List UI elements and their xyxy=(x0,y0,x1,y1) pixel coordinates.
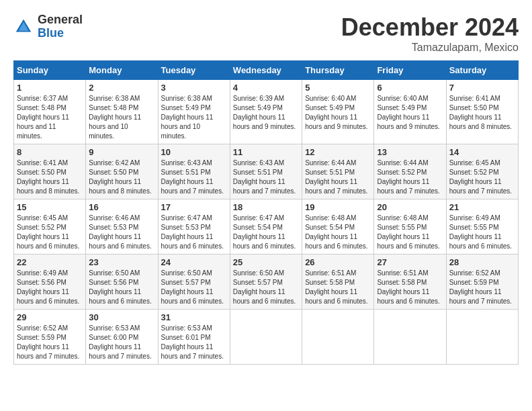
sunrise-label: Sunrise: 6:45 AM xyxy=(17,214,68,222)
calendar-header-row: Sunday Monday Tuesday Wednesday Thursday… xyxy=(14,61,519,80)
day-detail: Sunrise: 6:50 AM Sunset: 5:57 PM Dayligh… xyxy=(233,269,299,306)
day-number: 12 xyxy=(305,147,371,157)
table-row xyxy=(230,310,302,365)
table-row: 28 Sunrise: 6:52 AM Sunset: 5:59 PM Dayl… xyxy=(446,255,518,310)
sunset-label: Sunset: 5:57 PM xyxy=(161,279,211,286)
sunset-label: Sunset: 5:53 PM xyxy=(89,224,138,231)
day-detail: Sunrise: 6:47 AM Sunset: 5:54 PM Dayligh… xyxy=(233,214,299,251)
day-detail: Sunrise: 6:53 AM Sunset: 6:00 PM Dayligh… xyxy=(89,324,154,361)
col-tuesday: Tuesday xyxy=(158,61,230,80)
col-thursday: Thursday xyxy=(302,61,374,80)
sunset-label: Sunset: 5:54 PM xyxy=(305,224,355,231)
sunset-label: Sunset: 5:49 PM xyxy=(377,104,427,111)
table-row: 5 Sunrise: 6:40 AM Sunset: 5:49 PM Dayli… xyxy=(302,80,374,144)
day-number: 16 xyxy=(89,202,154,212)
table-row: 25 Sunrise: 6:50 AM Sunset: 5:57 PM Dayl… xyxy=(230,255,302,310)
sunset-label: Sunset: 5:51 PM xyxy=(305,169,355,176)
daylight-label: Daylight hours 11 hours and 6 minutes. xyxy=(305,233,367,250)
table-row: 17 Sunrise: 6:47 AM Sunset: 5:53 PM Dayl… xyxy=(158,199,230,255)
sunrise-label: Sunrise: 6:43 AM xyxy=(161,159,212,167)
table-row: 8 Sunrise: 6:41 AM Sunset: 5:50 PM Dayli… xyxy=(14,144,86,199)
table-row: 10 Sunrise: 6:43 AM Sunset: 5:51 PM Dayl… xyxy=(158,144,230,199)
table-row: 3 Sunrise: 6:38 AM Sunset: 5:49 PM Dayli… xyxy=(158,80,230,144)
table-row: 14 Sunrise: 6:45 AM Sunset: 5:52 PM Dayl… xyxy=(446,144,518,199)
day-detail: Sunrise: 6:50 AM Sunset: 5:56 PM Dayligh… xyxy=(89,269,154,306)
day-detail: Sunrise: 6:51 AM Sunset: 5:58 PM Dayligh… xyxy=(305,269,371,306)
daylight-label: Daylight hours 11 hours and 6 minutes. xyxy=(377,288,439,305)
sunrise-label: Sunrise: 6:39 AM xyxy=(233,95,284,102)
table-row: 7 Sunrise: 6:41 AM Sunset: 5:50 PM Dayli… xyxy=(446,80,518,144)
table-row: 1 Sunrise: 6:37 AM Sunset: 5:48 PM Dayli… xyxy=(14,80,86,144)
col-saturday: Saturday xyxy=(446,61,518,80)
day-number: 6 xyxy=(377,83,443,93)
day-number: 20 xyxy=(377,202,443,212)
daylight-label: Daylight hours 11 hours and 8 minutes. xyxy=(17,178,79,195)
table-row: 19 Sunrise: 6:48 AM Sunset: 5:54 PM Dayl… xyxy=(302,199,374,255)
daylight-label: Daylight hours 11 hours and 10 minutes. xyxy=(161,113,214,140)
sunset-label: Sunset: 5:52 PM xyxy=(377,169,427,176)
table-row xyxy=(446,310,518,365)
sunrise-label: Sunrise: 6:49 AM xyxy=(17,269,68,277)
table-row: 9 Sunrise: 6:42 AM Sunset: 5:50 PM Dayli… xyxy=(86,144,158,199)
sunset-label: Sunset: 5:50 PM xyxy=(449,104,499,111)
daylight-label: Daylight hours 11 hours and 6 minutes. xyxy=(17,233,79,250)
day-number: 23 xyxy=(89,257,154,267)
calendar-table: Sunday Monday Tuesday Wednesday Thursday… xyxy=(13,60,519,365)
table-row: 21 Sunrise: 6:49 AM Sunset: 5:55 PM Dayl… xyxy=(446,199,518,255)
day-number: 13 xyxy=(377,147,443,157)
table-row: 13 Sunrise: 6:44 AM Sunset: 5:52 PM Dayl… xyxy=(374,144,446,199)
daylight-label: Daylight hours 11 hours and 7 minutes. xyxy=(377,178,439,195)
day-number: 22 xyxy=(17,257,83,267)
sunset-label: Sunset: 5:49 PM xyxy=(161,104,211,111)
day-detail: Sunrise: 6:50 AM Sunset: 5:57 PM Dayligh… xyxy=(161,269,227,306)
daylight-label: Daylight hours 11 hours and 7 minutes. xyxy=(233,178,296,195)
table-row: 30 Sunrise: 6:53 AM Sunset: 6:00 PM Dayl… xyxy=(86,310,158,365)
daylight-label: Daylight hours 11 hours and 11 minutes. xyxy=(17,113,69,140)
day-number: 30 xyxy=(89,312,154,322)
day-number: 11 xyxy=(233,147,299,157)
day-number: 19 xyxy=(305,202,371,212)
sunrise-label: Sunrise: 6:50 AM xyxy=(161,269,212,277)
table-row: 4 Sunrise: 6:39 AM Sunset: 5:49 PM Dayli… xyxy=(230,80,302,144)
day-number: 25 xyxy=(233,257,299,267)
day-number: 1 xyxy=(17,83,83,93)
day-detail: Sunrise: 6:39 AM Sunset: 5:49 PM Dayligh… xyxy=(233,94,299,132)
sunrise-label: Sunrise: 6:38 AM xyxy=(89,95,140,102)
day-number: 9 xyxy=(89,147,154,157)
day-detail: Sunrise: 6:49 AM Sunset: 5:55 PM Dayligh… xyxy=(449,214,515,251)
daylight-label: Daylight hours 11 hours and 7 minutes. xyxy=(305,178,367,195)
day-number: 7 xyxy=(449,83,515,93)
daylight-label: Daylight hours 11 hours and 7 minutes. xyxy=(17,343,79,360)
day-detail: Sunrise: 6:52 AM Sunset: 5:59 PM Dayligh… xyxy=(449,269,515,306)
table-row xyxy=(302,310,374,365)
sunrise-label: Sunrise: 6:50 AM xyxy=(89,269,140,277)
day-detail: Sunrise: 6:45 AM Sunset: 5:52 PM Dayligh… xyxy=(17,214,83,251)
day-detail: Sunrise: 6:41 AM Sunset: 5:50 PM Dayligh… xyxy=(17,158,83,196)
daylight-label: Daylight hours 11 hours and 7 minutes. xyxy=(161,178,224,195)
day-number: 4 xyxy=(233,83,299,93)
sunrise-label: Sunrise: 6:49 AM xyxy=(449,214,500,222)
day-number: 26 xyxy=(305,257,371,267)
daylight-label: Daylight hours 11 hours and 7 minutes. xyxy=(89,343,151,360)
table-row: 16 Sunrise: 6:46 AM Sunset: 5:53 PM Dayl… xyxy=(86,199,158,255)
day-detail: Sunrise: 6:38 AM Sunset: 5:48 PM Dayligh… xyxy=(89,94,154,141)
sunrise-label: Sunrise: 6:38 AM xyxy=(161,95,212,102)
table-row: 6 Sunrise: 6:40 AM Sunset: 5:49 PM Dayli… xyxy=(374,80,446,144)
col-friday: Friday xyxy=(374,61,446,80)
sunset-label: Sunset: 5:52 PM xyxy=(449,169,499,176)
day-number: 27 xyxy=(377,257,443,267)
daylight-label: Daylight hours 11 hours and 8 minutes. xyxy=(449,113,512,130)
day-detail: Sunrise: 6:46 AM Sunset: 5:53 PM Dayligh… xyxy=(89,214,154,251)
logo-icon xyxy=(13,17,34,37)
daylight-label: Daylight hours 11 hours and 6 minutes. xyxy=(233,233,296,250)
day-detail: Sunrise: 6:44 AM Sunset: 5:51 PM Dayligh… xyxy=(305,158,371,196)
table-row: 2 Sunrise: 6:38 AM Sunset: 5:48 PM Dayli… xyxy=(86,80,158,144)
daylight-label: Daylight hours 11 hours and 9 minutes. xyxy=(305,113,367,130)
day-number: 17 xyxy=(161,202,227,212)
daylight-label: Daylight hours 11 hours and 7 minutes. xyxy=(161,343,224,360)
table-row: 11 Sunrise: 6:43 AM Sunset: 5:51 PM Dayl… xyxy=(230,144,302,199)
day-detail: Sunrise: 6:42 AM Sunset: 5:50 PM Dayligh… xyxy=(89,158,154,196)
day-number: 3 xyxy=(161,83,227,93)
location: Tamazulapam, Mexico xyxy=(341,42,519,54)
sunset-label: Sunset: 5:50 PM xyxy=(89,169,138,176)
